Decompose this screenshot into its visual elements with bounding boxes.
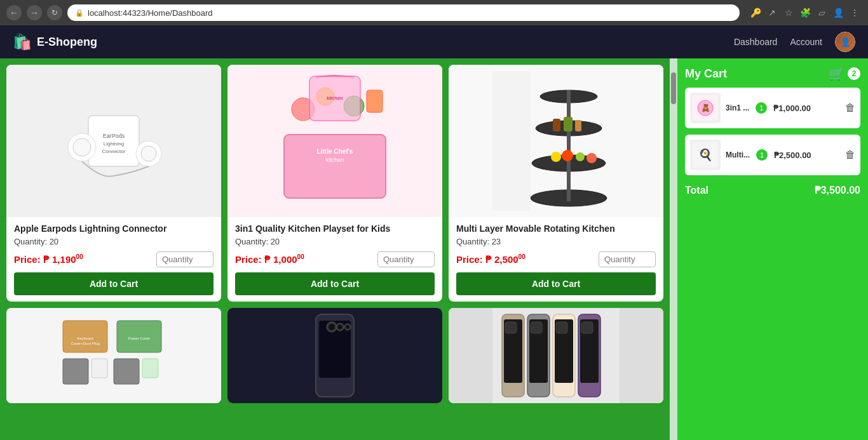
main-layout: EarPods Lightning Connector (0, 58, 868, 440)
menu-icon[interactable]: ⋮ (848, 6, 862, 20)
product-quantity-2: Quantity: 20 (235, 237, 435, 246)
product-price-2: Price: ₱ 1,00000 (235, 253, 304, 265)
product-image-4: Keyboard Cover+Dust Plug Power Cover (6, 308, 221, 403)
svg-point-49 (338, 325, 342, 330)
svg-rect-39 (142, 359, 158, 378)
svg-text:Keyboard: Keyboard (77, 337, 93, 340)
cart-item-2: 🍳 Multi... 1 ₱2,500.00 🗑 (685, 135, 860, 175)
earpods-svg: EarPods Lightning Connector (50, 77, 177, 204)
svg-text:Connector: Connector (102, 149, 126, 154)
scrollbar[interactable] (670, 58, 677, 440)
address-bar[interactable]: 🔒 localhost:44323/Home/Dashboard (67, 4, 740, 21)
cart-header: My Cart 🛒 2 (685, 66, 860, 81)
svg-rect-10 (284, 135, 386, 198)
extension-icon[interactable]: 🧩 (798, 6, 812, 20)
nav-account[interactable]: Account (790, 37, 822, 47)
product-card-2: Little Chef's kitchen kitchen (227, 65, 442, 302)
svg-rect-26 (564, 117, 573, 131)
product-card-4: Keyboard Cover+Dust Plug Power Cover (6, 308, 221, 403)
cart-item-price-2: ₱2,500.00 (774, 150, 811, 160)
kitchen-playset-svg: Little Chef's kitchen kitchen (271, 71, 398, 211)
cart-delete-button-1[interactable]: 🗑 (845, 102, 855, 114)
rotating-kitchen-svg (492, 71, 620, 211)
add-to-cart-button-1[interactable]: Add to Cart (14, 272, 214, 295)
cart-item-1: 🧸 3in1 ... 1 ₱1,000.00 🗑 (685, 88, 860, 128)
product-price-row-1: Price: ₱ 1,19000 (14, 251, 214, 267)
quantity-input-2[interactable] (377, 251, 435, 267)
nav-dashboard[interactable]: Dashboard (734, 37, 778, 47)
product-price-1: Price: ₱ 1,19000 (14, 253, 83, 265)
cart-count-badge: 2 (848, 67, 860, 80)
svg-text:kitchen: kitchen (326, 157, 344, 163)
nav-links: Dashboard Account 👤 (734, 32, 855, 52)
avatar[interactable]: 👤 (835, 32, 855, 52)
product-info-2: 3in1 Quality Kitchen Playset for Kids Qu… (227, 217, 442, 302)
svg-rect-37 (92, 359, 107, 378)
svg-point-28 (551, 152, 561, 162)
cart-item-image-1: 🧸 (690, 93, 721, 123)
cart-icon: 🛒 (829, 66, 844, 81)
svg-rect-27 (575, 120, 581, 131)
browser-actions: 🔑 ↗ ☆ 🧩 ▱ 👤 ⋮ (749, 6, 862, 20)
product-name-2: 3in1 Quality Kitchen Playset for Kids (235, 223, 435, 234)
product-card-6 (449, 308, 663, 403)
app-logo: 🛍️ E-Shopeng (13, 33, 97, 51)
product-image-3 (449, 65, 663, 217)
cart-total-label: Total (685, 185, 709, 196)
cart-delete-button-2[interactable]: 🗑 (845, 149, 855, 161)
cart-item-price-1: ₱1,000.00 (773, 103, 811, 113)
svg-point-29 (562, 150, 573, 161)
products-grid: EarPods Lightning Connector (6, 65, 663, 403)
quantity-input-3[interactable] (599, 251, 656, 267)
product-quantity-1: Quantity: 20 (14, 237, 214, 246)
cart-total-row: Total ₱3,500.00 (685, 182, 860, 199)
svg-text:Power Cover: Power Cover (128, 337, 151, 340)
url-text: localhost:44323/Home/Dashboard (88, 8, 213, 18)
add-to-cart-button-2[interactable]: Add to Cart (235, 272, 435, 295)
iphone-svg (492, 308, 620, 403)
product-name-1: Apple Earpods Lightning Connector (14, 223, 214, 234)
svg-text:Cover+Dust Plug: Cover+Dust Plug (71, 342, 100, 345)
cart-sidebar: My Cart 🛒 2 🧸 3in1 ... 1 ₱1,000.00 (677, 58, 868, 440)
product-card-5 (227, 308, 442, 403)
cart-item-row-1: 3in1 ... 1 ₱1,000.00 (726, 102, 840, 114)
share-icon[interactable]: ↗ (765, 6, 779, 20)
profile-icon[interactable]: 👤 (831, 6, 845, 20)
svg-text:🧸: 🧸 (701, 103, 710, 112)
svg-rect-25 (553, 119, 560, 131)
scrollbar-thumb[interactable] (671, 72, 676, 104)
back-button[interactable]: ← (6, 5, 22, 20)
product-image-5 (227, 308, 442, 403)
forward-button[interactable]: → (27, 5, 42, 20)
svg-rect-61 (505, 322, 517, 333)
cart-item-name-1: 3in1 ... (726, 103, 749, 112)
product-info-1: Apple Earpods Lightning Connector Quanti… (6, 217, 221, 302)
svg-rect-64 (581, 322, 593, 333)
products-area: EarPods Lightning Connector (0, 58, 670, 440)
add-to-cart-button-3[interactable]: Add to Cart (456, 272, 656, 295)
app-title: E-Shopeng (37, 36, 97, 49)
svg-point-31 (587, 153, 597, 163)
cart-item-info-1: 3in1 ... 1 ₱1,000.00 (726, 102, 840, 114)
browser-chrome: ← → ↻ 🔒 localhost:44323/Home/Dashboard 🔑… (0, 0, 868, 25)
cart-item-qty-1: 1 (756, 102, 767, 114)
cart-item-2-svg: 🍳 (693, 142, 718, 168)
product-price-row-2: Price: ₱ 1,00000 (235, 251, 435, 267)
laptop-cover-svg: Keyboard Cover+Dust Plug Power Cover (50, 308, 177, 403)
window-icon[interactable]: ▱ (815, 6, 829, 20)
svg-point-30 (576, 152, 585, 161)
product-price-3: Price: ₱ 2,50000 (456, 253, 526, 265)
product-image-6 (449, 308, 663, 403)
product-price-row-3: Price: ₱ 2,50000 (456, 251, 656, 267)
cart-total-value: ₱3,500.00 (815, 184, 860, 196)
svg-point-8 (141, 146, 156, 161)
key-icon[interactable]: 🔑 (749, 6, 763, 20)
lock-icon: 🔒 (75, 9, 84, 17)
quantity-input-1[interactable] (156, 251, 214, 267)
cart-title: My Cart (685, 67, 727, 81)
logo-icon: 🛍️ (13, 33, 32, 51)
star-icon[interactable]: ☆ (782, 6, 796, 20)
product-card-3: Multi Layer Movable Rotating Kitchen Qua… (449, 65, 663, 302)
product-image-2: Little Chef's kitchen kitchen (227, 65, 442, 217)
reload-button[interactable]: ↻ (47, 5, 62, 20)
